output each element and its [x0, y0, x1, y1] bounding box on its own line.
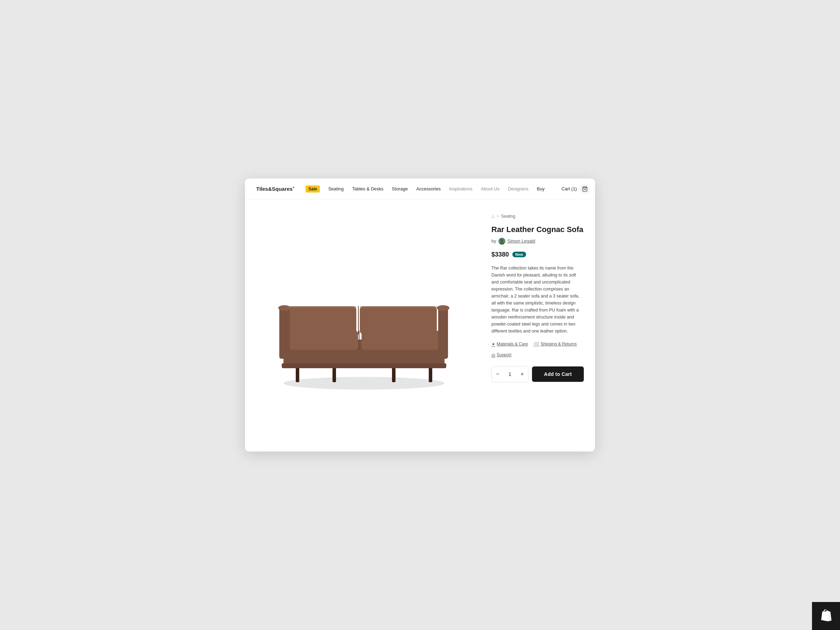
svg-rect-6	[286, 306, 356, 334]
quantity-increase-button[interactable]: +	[516, 366, 528, 382]
shopify-badge	[812, 602, 840, 630]
nav-seating[interactable]: Seating	[328, 186, 344, 191]
breadcrumb: ⌂ > Seating	[491, 213, 584, 219]
nav-accessories[interactable]: Accessories	[416, 186, 441, 191]
support-label: Support	[497, 352, 512, 357]
svg-rect-19	[360, 306, 437, 308]
quantity-value: 1	[504, 371, 516, 377]
svg-point-12	[437, 305, 449, 311]
svg-rect-16	[429, 368, 432, 382]
svg-rect-7	[360, 306, 437, 334]
product-description: The Rar collection takes its name from t…	[491, 265, 584, 335]
svg-rect-14	[333, 368, 336, 382]
product-price: $3380	[491, 251, 509, 258]
svg-point-1	[284, 377, 445, 390]
svg-rect-17	[282, 363, 446, 368]
nav-storage[interactable]: Storage	[392, 186, 408, 191]
nav-buy[interactable]: Buy	[537, 186, 545, 191]
navbar: Tiles&Squares+ Sale Seating Tables & Des…	[245, 178, 595, 199]
quantity-decrease-button[interactable]: −	[492, 366, 504, 382]
nav-designers[interactable]: Designers	[508, 186, 529, 191]
cart-label: Cart (1)	[561, 186, 577, 191]
quantity-stepper: − 1 +	[491, 366, 529, 382]
nav-inspirations[interactable]: Inspirations	[449, 186, 472, 191]
svg-rect-18	[286, 306, 356, 308]
svg-point-23	[501, 239, 503, 242]
product-image-area	[245, 199, 483, 452]
materials-icon: ✦	[491, 342, 495, 347]
cart-button[interactable]: Cart (1)	[561, 184, 590, 194]
nav-about-us[interactable]: About Us	[481, 186, 499, 191]
nav-tables-desks[interactable]: Tables & Desks	[352, 186, 384, 191]
home-icon[interactable]: ⌂	[491, 213, 494, 219]
new-badge: New	[512, 252, 526, 257]
materials-care-link[interactable]: ✦ Materials & Care	[491, 342, 528, 347]
quantity-row: − 1 + Add to Cart	[491, 366, 584, 382]
info-links: ✦ Materials & Care ⬜ Shipping & Returns …	[491, 342, 584, 358]
svg-rect-13	[296, 368, 299, 382]
breadcrumb-current[interactable]: Seating	[501, 214, 515, 219]
add-to-cart-button[interactable]: Add to Cart	[532, 366, 584, 382]
brand-logo[interactable]: Tiles&Squares+	[256, 186, 294, 192]
designer-avatar	[498, 238, 505, 245]
product-title: Rar Leather Cognac Sofa	[491, 225, 584, 235]
svg-rect-15	[392, 368, 395, 382]
product-designer-row: by Simon Legald	[491, 238, 584, 245]
shipping-returns-link[interactable]: ⬜ Shipping & Returns	[534, 342, 576, 347]
materials-care-label: Materials & Care	[497, 342, 528, 346]
support-link[interactable]: ◎ Support	[491, 352, 512, 358]
product-info: ⌂ > Seating Rar Leather Cognac Sofa by S…	[483, 199, 595, 452]
by-label: by	[491, 238, 496, 243]
support-icon: ◎	[491, 352, 495, 358]
cart-icon	[579, 184, 590, 194]
price-row: $3380 New	[491, 251, 584, 258]
breadcrumb-separator: >	[496, 214, 499, 219]
content-area: ⌂ > Seating Rar Leather Cognac Sofa by S…	[245, 199, 595, 452]
svg-rect-9	[279, 308, 290, 359]
shipping-returns-label: Shipping & Returns	[540, 342, 576, 346]
shipping-icon: ⬜	[534, 342, 539, 347]
product-image	[262, 259, 466, 392]
sale-badge[interactable]: Sale	[306, 185, 320, 193]
browser-window: Tiles&Squares+ Sale Seating Tables & Des…	[245, 178, 595, 452]
designer-name[interactable]: Simon Legald	[507, 238, 535, 243]
svg-rect-11	[438, 308, 448, 359]
